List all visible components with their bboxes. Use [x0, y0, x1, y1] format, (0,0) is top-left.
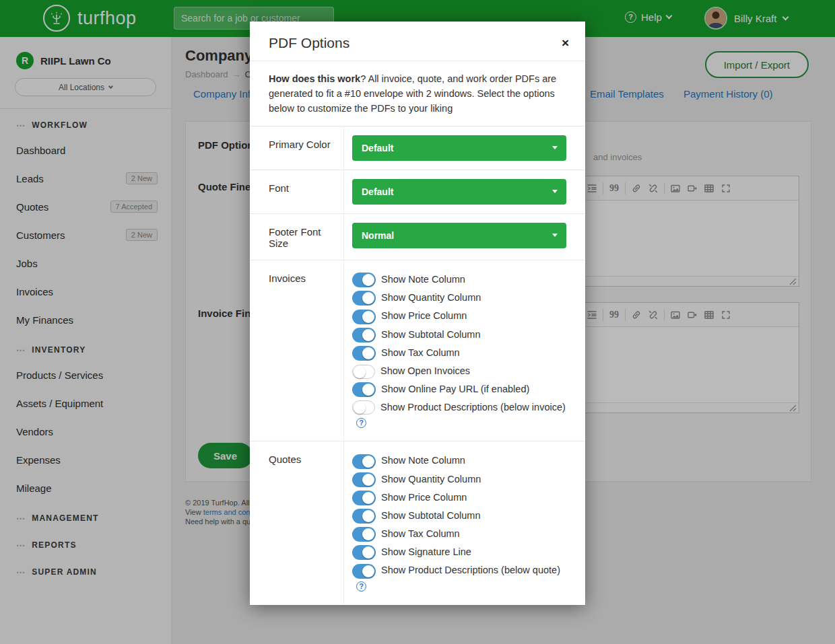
- modal-header: PDF Options ×: [250, 22, 585, 61]
- toggle-show-subtotal-column[interactable]: [352, 328, 376, 343]
- chevron-down-icon: [552, 146, 558, 149]
- toggle-row: Show Quantity Column: [352, 290, 566, 306]
- modal-row-quotes: QuotesShow Note ColumnShow Quantity Colu…: [250, 441, 585, 604]
- toggle-row: Show Tax Column: [352, 526, 566, 542]
- toggle-show-signature-line[interactable]: [352, 545, 376, 560]
- toggle-row: Show Online Pay URL (if enabled): [352, 382, 566, 397]
- toggle-knob: [354, 402, 366, 414]
- toggle-knob: [362, 347, 374, 359]
- toggle-show-price-column[interactable]: [352, 310, 376, 324]
- row-label: Font: [250, 170, 344, 213]
- toggle-show-subtotal-column[interactable]: [352, 509, 376, 524]
- help-icon[interactable]: ?: [356, 418, 366, 428]
- modal-row-primary-color: Primary ColorDefault: [250, 126, 585, 170]
- toggle-row: Show Subtotal Column: [352, 327, 566, 343]
- toggle-knob: [362, 474, 374, 486]
- toggle-row: Show Note Column: [352, 272, 566, 287]
- toggle-knob: [362, 329, 374, 341]
- toggle-knob: [362, 456, 374, 468]
- toggle-knob: [362, 546, 374, 559]
- toggle-knob: [354, 366, 366, 378]
- toggle-row: Show Product Descriptions (below quote)?: [352, 563, 566, 593]
- modal-rows: Primary ColorDefaultFontDefaultFooter Fo…: [250, 126, 585, 605]
- toggle-row: Show Signature Line: [352, 544, 566, 560]
- toggle-show-open-invoices[interactable]: [352, 365, 375, 379]
- toggle-row: Show Open Invoices: [352, 363, 566, 379]
- select-font[interactable]: Default: [352, 179, 566, 205]
- intro-bold-text: How does this work: [269, 73, 360, 84]
- toggle-show-quantity-column[interactable]: [352, 472, 376, 487]
- close-icon[interactable]: ×: [562, 38, 569, 48]
- modal-row-footer-font-size: Footer Font SizeNormal: [250, 213, 585, 260]
- select-footer-font-size[interactable]: Normal: [352, 223, 566, 248]
- modal-row-invoices: InvoicesShow Note ColumnShow Quantity Co…: [250, 260, 585, 441]
- toggle-show-price-column[interactable]: [352, 491, 376, 505]
- modal-title: PDF Options: [269, 35, 349, 50]
- toggle-row: Show Tax Column: [352, 345, 566, 361]
- toggle-row: Show Quantity Column: [352, 472, 566, 487]
- toggle-row: Show Product Descriptions (below invoice…: [352, 400, 566, 430]
- toggle-knob: [362, 384, 374, 396]
- toggle-knob: [362, 528, 374, 540]
- toggle-knob: [362, 292, 374, 304]
- select-primary-color[interactable]: Default: [352, 135, 566, 161]
- toggle-knob: [362, 274, 374, 286]
- toggle-show-product-descriptions-below-quote[interactable]: [352, 564, 376, 579]
- toggle-knob: [362, 492, 374, 504]
- toggle-show-tax-column[interactable]: [352, 527, 376, 542]
- help-icon[interactable]: ?: [356, 581, 366, 592]
- toggle-show-tax-column[interactable]: [352, 346, 376, 361]
- toggle-row: Show Price Column: [352, 490, 566, 505]
- toggle-show-online-pay-url-if-enabled[interactable]: [352, 382, 376, 397]
- toggle-show-note-column[interactable]: [352, 454, 376, 469]
- toggle-show-product-descriptions-below-invoice[interactable]: [352, 400, 375, 415]
- toggle-row: Show Subtotal Column: [352, 508, 566, 524]
- chevron-down-icon: [552, 234, 558, 237]
- row-label: Invoices: [250, 260, 344, 441]
- pdf-options-modal: PDF Options × How does this work? All in…: [250, 22, 585, 605]
- toggle-knob: [362, 510, 374, 522]
- modal-intro: How does this work? All invoice, quote, …: [250, 61, 585, 126]
- chevron-down-icon: [552, 190, 558, 193]
- toggle-knob: [362, 311, 374, 323]
- toggle-show-note-column[interactable]: [352, 273, 376, 287]
- row-label: Primary Color: [250, 127, 344, 170]
- row-label: Footer Font Size: [250, 214, 344, 260]
- toggle-row: Show Price Column: [352, 308, 566, 324]
- modal-row-font: FontDefault: [250, 170, 585, 213]
- toggle-knob: [362, 565, 374, 577]
- toggle-show-quantity-column[interactable]: [352, 291, 376, 306]
- row-label: Quotes: [250, 441, 344, 604]
- toggle-row: Show Note Column: [352, 453, 566, 468]
